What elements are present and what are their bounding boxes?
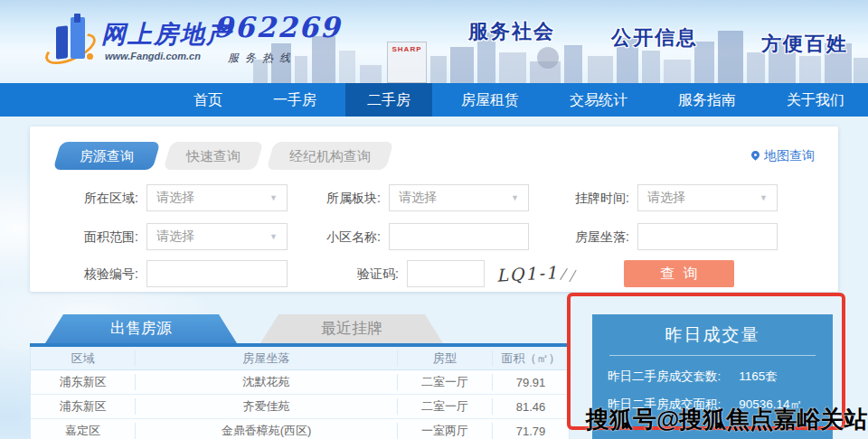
- slogan-open-information: 公开信息: [611, 24, 698, 51]
- table-row[interactable]: 浦东新区 沈默花苑 二室一厅 79.91: [31, 370, 569, 395]
- field-region: 所在区域: 请选择▼: [146, 184, 288, 211]
- header-area: 面积（㎡）: [493, 350, 569, 367]
- sharp-building-sign: SHARP: [387, 42, 427, 83]
- field-community-name: 小区名称:: [389, 223, 529, 250]
- table-row[interactable]: 嘉定区 金鼎香樟苑(西区) 一室两厅 71.79: [31, 419, 569, 439]
- tab-quick-search[interactable]: 快速查询: [164, 142, 264, 170]
- header-layout: 房型: [398, 350, 493, 367]
- site-url: www.Fangdi.com.cn: [105, 51, 201, 61]
- field-captcha: 验证码:: [407, 260, 485, 287]
- hotline-label: 服务热线: [228, 51, 297, 66]
- listings-table: 区域 房屋坐落 房型 面积（㎡） 浦东新区 沈默花苑 二室一厅 79.91 浦东…: [30, 347, 570, 439]
- nav-item-statistics[interactable]: 交易统计: [548, 83, 649, 117]
- nav-item-new-homes[interactable]: 一手房: [251, 83, 338, 117]
- field-verification-number: 核验编号:: [146, 260, 288, 287]
- chevron-down-icon: ▼: [511, 193, 519, 202]
- header-address: 房屋坐落: [136, 350, 398, 367]
- listing-time-label: 挂牌时间:: [575, 184, 629, 211]
- chevron-down-icon: ▼: [269, 193, 278, 202]
- verification-number-label: 核验编号:: [84, 260, 138, 287]
- site-header: SHARP 网上房地产 www.Fangdi.com.cn 962269 服务热…: [0, 0, 868, 83]
- field-listing-time: 挂牌时间: 请选择▼: [637, 184, 778, 211]
- nav-item-guide[interactable]: 服务指南: [656, 83, 758, 117]
- block-label: 所属板块:: [326, 184, 381, 211]
- search-button[interactable]: 查询: [624, 260, 734, 287]
- tab-listing-search[interactable]: 房源查询: [53, 142, 161, 170]
- tab-agency-search[interactable]: 经纪机构查询: [267, 142, 394, 170]
- site-logo-icon[interactable]: [47, 14, 99, 71]
- captcha-noise: [569, 270, 576, 282]
- area-range-select[interactable]: 请选择▼: [146, 223, 288, 250]
- header-district: 区域: [31, 350, 136, 367]
- block-select[interactable]: 请选择▼: [389, 184, 529, 211]
- table-header-row: 区域 房屋坐落 房型 面积（㎡）: [31, 347, 569, 370]
- field-area-range: 面积范围: 请选择▼: [146, 223, 288, 250]
- main-nav: 首页 一手房 二手房 房屋租赁 交易统计 服务指南 关于我们: [0, 83, 868, 117]
- tab-for-sale-listings[interactable]: 出售房源: [45, 314, 237, 343]
- watermark-text: 搜狐号@搜狐焦点嘉峪关站: [586, 404, 867, 435]
- region-select[interactable]: 请选择▼: [146, 184, 288, 211]
- field-house-location: 房屋坐落:: [637, 223, 778, 250]
- field-block: 所属板块: 请选择▼: [389, 184, 529, 211]
- tab-recently-listed[interactable]: 最近挂牌: [260, 314, 443, 343]
- listing-time-select[interactable]: 请选择▼: [637, 184, 778, 211]
- house-location-label: 房屋坐落:: [575, 223, 629, 250]
- captcha-label: 验证码:: [357, 260, 399, 287]
- house-location-input[interactable]: [637, 223, 778, 250]
- map-pin-icon: [750, 149, 761, 161]
- community-name-label: 小区名称:: [326, 223, 381, 250]
- search-panel: 房源查询 快速查询 经纪机构查询 地图查询 所在区域: 请选择▼ 所属板块: 请…: [30, 126, 838, 292]
- nav-item-about[interactable]: 关于我们: [765, 83, 866, 117]
- verification-number-input[interactable]: [146, 260, 288, 287]
- chevron-down-icon: ▼: [760, 193, 768, 202]
- captcha-input[interactable]: [407, 260, 485, 287]
- community-name-input[interactable]: [389, 223, 529, 250]
- nav-item-home[interactable]: 首页: [172, 83, 244, 117]
- captcha-noise: [560, 268, 568, 280]
- table-row[interactable]: 浦东新区 齐爱佳苑 二室一厅 81.46: [31, 395, 569, 419]
- slogan-serve-society: 服务社会: [468, 18, 555, 45]
- nav-item-second-hand[interactable]: 二手房: [345, 83, 432, 117]
- hotline-number: 962269: [213, 11, 341, 43]
- region-label: 所在区域:: [84, 184, 138, 211]
- map-search-link[interactable]: 地图查询: [751, 148, 815, 164]
- area-range-label: 面积范围:: [84, 223, 138, 250]
- nav-item-rental[interactable]: 房屋租赁: [439, 83, 541, 117]
- slogan-convenience: 方便百姓: [761, 31, 848, 58]
- chevron-down-icon: ▼: [269, 232, 278, 241]
- captcha-image[interactable]: LQ1-1: [496, 260, 580, 287]
